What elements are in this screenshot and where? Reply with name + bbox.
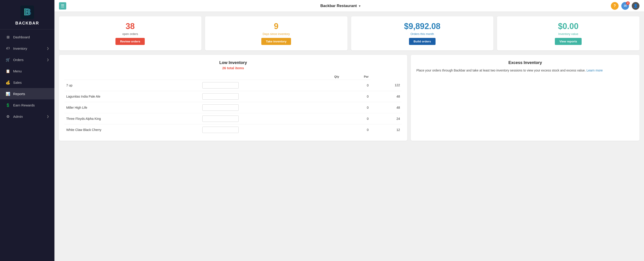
inventory-item-name-0: 7 up bbox=[64, 80, 200, 91]
col-par: Par bbox=[341, 74, 370, 80]
sidebar-item-reports[interactable]: 📊Reports← bbox=[0, 88, 54, 99]
earn-rewards-icon: 💲 bbox=[6, 103, 10, 108]
inventory-qty-2: 0 bbox=[341, 102, 370, 113]
help-button[interactable]: ? bbox=[611, 2, 618, 10]
sidebar-item-menu[interactable]: 📋Menu bbox=[0, 65, 54, 77]
inventory-item-name-4: White Claw Black Cherry bbox=[64, 124, 200, 135]
sidebar-label-inventory: Inventory bbox=[13, 47, 27, 50]
stat-card-0: 38open ordersReview orders bbox=[59, 16, 202, 50]
inventory-qty-4: 0 bbox=[341, 124, 370, 135]
stat-label-1: Days since inventory bbox=[263, 32, 290, 36]
sidebar-label-dashboard: Dashboard bbox=[13, 35, 30, 39]
topbar: ☰ Backbar Restaurant ▾ ? ✉ 2 👤 bbox=[54, 0, 644, 12]
sidebar-item-sales[interactable]: 💰Sales bbox=[0, 77, 54, 88]
inventory-par-2: 48 bbox=[370, 102, 402, 113]
inventory-par-0: 122 bbox=[370, 80, 402, 91]
main-area: ☰ Backbar Restaurant ▾ ? ✉ 2 👤 38open or… bbox=[54, 0, 644, 261]
stat-btn-1[interactable]: Take inventory bbox=[261, 38, 291, 45]
low-inventory-title: Low Inventory bbox=[64, 60, 402, 65]
inventory-qty-input-3[interactable] bbox=[202, 116, 239, 122]
excess-inventory-title: Excess Inventory bbox=[416, 60, 634, 65]
backbar-logo-icon: B B bbox=[20, 6, 34, 19]
notifications-badge: 2 bbox=[626, 1, 630, 5]
stat-number-0: 38 bbox=[126, 22, 135, 31]
sidebar-label-earn-rewards: Earn Rewards bbox=[13, 103, 35, 107]
sidebar-label-orders: Orders bbox=[13, 58, 24, 62]
stat-label-2: Orders this month bbox=[410, 32, 434, 36]
svg-text:B: B bbox=[25, 7, 31, 17]
inventory-qty-1: 0 bbox=[341, 91, 370, 102]
stat-btn-3[interactable]: View reports bbox=[555, 38, 582, 45]
stat-number-2: $9,892.08 bbox=[404, 22, 440, 31]
low-inventory-count: 26 total items bbox=[64, 66, 402, 70]
sidebar-logo: B B BACKBAR bbox=[0, 0, 54, 30]
stat-card-3: $0.00Inventory valueView reports bbox=[497, 16, 640, 50]
stat-number-1: 9 bbox=[274, 22, 278, 31]
topbar-title: Backbar Restaurant ▾ bbox=[70, 4, 611, 8]
inventory-qty-input-0[interactable] bbox=[202, 82, 239, 89]
inventory-par-4: 12 bbox=[370, 124, 402, 135]
restaurant-dropdown-caret[interactable]: ▾ bbox=[359, 4, 360, 8]
hamburger-icon: ☰ bbox=[61, 4, 64, 8]
sidebar-logo-text: BACKBAR bbox=[16, 21, 39, 26]
menu-icon: 📋 bbox=[6, 69, 10, 74]
chevron-icon-admin: ❯ bbox=[47, 115, 49, 118]
sidebar-label-sales: Sales bbox=[13, 81, 22, 84]
stat-card-1: 9Days since inventoryTake inventory bbox=[205, 16, 348, 50]
menu-toggle-button[interactable]: ☰ bbox=[59, 2, 66, 10]
inventory-row-4: White Claw Black Cherry012 bbox=[64, 124, 402, 135]
sidebar: B B BACKBAR ⊞Dashboard🏷Inventory❯🛒Orders… bbox=[0, 0, 54, 261]
stat-label-0: open orders bbox=[122, 32, 138, 36]
inventory-qty-0: 0 bbox=[341, 80, 370, 91]
reports-icon: 📊 bbox=[6, 91, 10, 96]
learn-more-link[interactable]: Learn more bbox=[586, 69, 603, 72]
admin-icon: ⚙ bbox=[6, 114, 10, 119]
sidebar-item-admin[interactable]: ⚙Admin❯ bbox=[0, 111, 54, 122]
inventory-row-1: Lagunitas India Pale Ale048 bbox=[64, 91, 402, 102]
inventory-input-cell-4 bbox=[200, 124, 341, 135]
stat-number-3: $0.00 bbox=[558, 22, 578, 31]
sidebar-label-menu: Menu bbox=[13, 69, 22, 73]
inventory-item-name-3: Three Floyds Alpha King bbox=[64, 113, 200, 124]
stat-btn-0[interactable]: Review orders bbox=[116, 38, 145, 45]
excess-inventory-body: Place your orders through Backbar and ta… bbox=[416, 68, 634, 73]
excess-inventory-text: Place your orders through Backbar and ta… bbox=[416, 69, 586, 72]
excess-inventory-card: Excess Inventory Place your orders throu… bbox=[411, 55, 640, 141]
inventory-qty-input-2[interactable] bbox=[202, 104, 239, 111]
low-inventory-table: Qty Par 7 up0122Lagunitas India Pale Ale… bbox=[64, 74, 402, 135]
sidebar-label-reports: Reports bbox=[13, 92, 25, 96]
inventory-input-cell-1 bbox=[200, 91, 341, 102]
stat-card-2: $9,892.08Orders this monthBuild orders bbox=[351, 16, 494, 50]
orders-icon: 🛒 bbox=[6, 57, 10, 62]
inventory-qty-input-1[interactable] bbox=[202, 93, 239, 100]
inventory-input-cell-2 bbox=[200, 102, 341, 113]
chevron-icon-inventory: ❯ bbox=[47, 47, 49, 50]
lower-section: Low Inventory 26 total items Qty Par 7 u… bbox=[59, 55, 640, 141]
col-name bbox=[64, 74, 200, 80]
main-content: 38open ordersReview orders9Days since in… bbox=[54, 12, 644, 261]
sidebar-item-earn-rewards[interactable]: 💲Earn Rewards bbox=[0, 99, 54, 111]
inventory-input-cell-3 bbox=[200, 113, 341, 124]
low-inventory-card: Low Inventory 26 total items Qty Par 7 u… bbox=[59, 55, 407, 141]
notifications-button[interactable]: ✉ 2 bbox=[621, 2, 629, 10]
sidebar-navigation: ⊞Dashboard🏷Inventory❯🛒Orders❯📋Menu💰Sales… bbox=[0, 30, 54, 261]
inventory-qty-input-4[interactable] bbox=[202, 127, 239, 133]
inventory-icon: 🏷 bbox=[6, 46, 10, 51]
inventory-row-3: Three Floyds Alpha King024 bbox=[64, 113, 402, 124]
sidebar-item-inventory[interactable]: 🏷Inventory❯ bbox=[0, 43, 54, 54]
inventory-row-2: Miller High Life048 bbox=[64, 102, 402, 113]
stat-cards-row: 38open ordersReview orders9Days since in… bbox=[59, 16, 640, 50]
topbar-icons: ? ✉ 2 👤 bbox=[611, 2, 640, 10]
inventory-qty-3: 0 bbox=[341, 113, 370, 124]
inventory-par-3: 24 bbox=[370, 113, 402, 124]
sidebar-label-admin: Admin bbox=[13, 115, 23, 118]
sidebar-item-dashboard[interactable]: ⊞Dashboard bbox=[0, 31, 54, 43]
sales-icon: 💰 bbox=[6, 80, 10, 85]
restaurant-name: Backbar Restaurant bbox=[320, 4, 357, 8]
stat-label-3: Inventory value bbox=[558, 32, 578, 36]
inventory-par-1: 48 bbox=[370, 91, 402, 102]
user-profile-button[interactable]: 👤 bbox=[632, 2, 640, 10]
sidebar-item-orders[interactable]: 🛒Orders❯ bbox=[0, 54, 54, 65]
chevron-icon-orders: ❯ bbox=[47, 58, 49, 61]
stat-btn-2[interactable]: Build orders bbox=[409, 38, 436, 45]
